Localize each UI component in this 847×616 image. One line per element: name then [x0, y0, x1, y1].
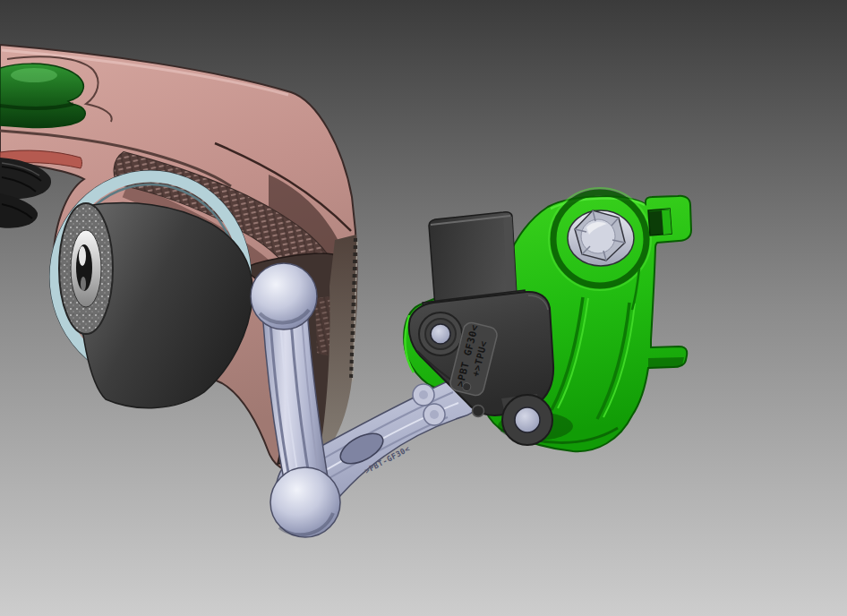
cad-viewport[interactable]: >PBT-GF30< >PBT GF30< +>TPU< [0, 0, 847, 616]
sensor-small-hole [473, 406, 484, 417]
cad-render: >PBT-GF30< >PBT GF30< +>TPU< [0, 0, 847, 616]
linkage-ball-top[interactable] [251, 263, 317, 329]
linkage-arm-boss-1-core [419, 390, 428, 399]
sensor-mount-bolt [431, 324, 450, 344]
sensor-lug-bolt [515, 407, 540, 432]
linkage-arm-boss-2-core [430, 410, 439, 419]
ball-joint-cap[interactable] [0, 64, 85, 127]
bushing-bore-glint [79, 246, 86, 266]
bracket-bolt[interactable] [568, 210, 634, 266]
bushing-bore-glint-low [81, 277, 86, 291]
cap-highlight [11, 68, 57, 82]
